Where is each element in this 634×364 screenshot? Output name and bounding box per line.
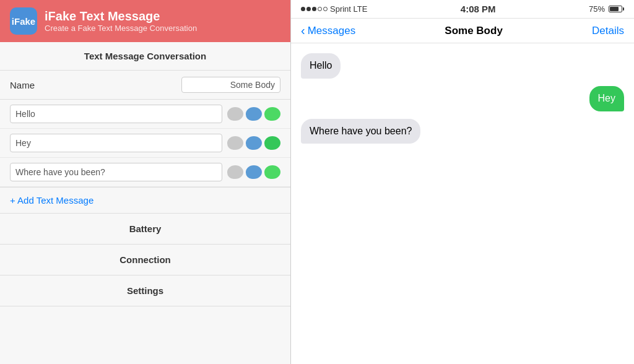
- bubble-icons-3: [227, 165, 280, 179]
- bubble-blue-active-icon[interactable]: [246, 136, 262, 150]
- message-input-3[interactable]: [10, 163, 222, 181]
- messages-body: Hello Hey Where have you been?: [291, 43, 634, 364]
- battery-fill: [610, 7, 619, 11]
- bubble-text: Where have you been?: [310, 126, 412, 136]
- signal-dot-2: [306, 7, 311, 11]
- message-input-1[interactable]: [10, 105, 222, 123]
- app-subtitle: Create a Fake Text Message Conversation: [45, 24, 197, 33]
- battery-body: [609, 6, 622, 12]
- section-title: Text Message Conversation: [0, 42, 290, 71]
- status-time: 4:08 PM: [461, 4, 496, 14]
- message-row: [0, 158, 290, 187]
- battery-section[interactable]: Battery: [0, 214, 290, 245]
- battery-tip: [623, 7, 624, 11]
- name-label: Name: [10, 80, 181, 90]
- bubble-blue-icon[interactable]: [246, 107, 262, 121]
- settings-section[interactable]: Settings: [0, 275, 290, 306]
- ifake-icon: iFake: [10, 7, 37, 35]
- bubble-icons-2: [227, 136, 280, 150]
- battery-pct: 75%: [589, 4, 605, 14]
- signal-dot-5: [323, 7, 328, 11]
- phone-preview: Sprint LTE 4:08 PM 75% ‹ Messages Some B…: [291, 0, 634, 364]
- signal-dot-1: [301, 7, 305, 11]
- bubble-text: Hello: [310, 60, 332, 71]
- bubble-green-active-icon[interactable]: [264, 136, 280, 150]
- back-label: Messages: [308, 25, 355, 37]
- chevron-left-icon: ‹: [301, 24, 305, 38]
- contact-name: Some Body: [445, 25, 503, 37]
- header-banner: iFake iFake Text Message Create a Fake T…: [0, 0, 290, 42]
- header-text: iFake Text Message Create a Fake Text Me…: [45, 9, 197, 33]
- bubble-green-icon[interactable]: [264, 165, 280, 179]
- chat-bubble-received-2: Where have you been?: [301, 119, 420, 144]
- details-button[interactable]: Details: [592, 25, 624, 37]
- bubble-icons-1: [227, 107, 280, 121]
- nav-bar: ‹ Messages Some Body Details: [291, 19, 634, 43]
- app-title: iFake Text Message: [45, 9, 197, 24]
- signal-dots: [301, 7, 328, 11]
- message-rows: [0, 100, 290, 188]
- bubble-text: Hey: [598, 93, 615, 103]
- left-panel: iFake iFake Text Message Create a Fake T…: [0, 0, 291, 364]
- bubble-gray-icon[interactable]: [227, 165, 243, 179]
- name-input[interactable]: [181, 77, 280, 93]
- bubble-gray-icon[interactable]: [227, 136, 243, 150]
- battery-icon: [609, 6, 624, 12]
- back-button[interactable]: ‹ Messages: [301, 24, 355, 38]
- bubble-blue-icon[interactable]: [246, 165, 262, 179]
- connection-section[interactable]: Connection: [0, 245, 290, 275]
- carrier-label: Sprint LTE: [330, 4, 367, 14]
- bubble-green-icon[interactable]: [264, 107, 280, 121]
- add-message-button[interactable]: + Add Text Message: [0, 188, 290, 214]
- signal-dot-4: [318, 7, 322, 11]
- message-input-2[interactable]: [10, 134, 222, 152]
- status-left: Sprint LTE: [301, 4, 367, 14]
- chat-bubble-sent-1: Hey: [589, 86, 624, 111]
- message-row: [0, 100, 290, 129]
- bubble-gray-icon[interactable]: [227, 107, 243, 121]
- message-row: [0, 129, 290, 158]
- name-row: Name: [0, 71, 290, 100]
- status-bar: Sprint LTE 4:08 PM 75%: [291, 0, 634, 19]
- status-right: 75%: [589, 4, 624, 14]
- chat-bubble-received-1: Hello: [301, 53, 341, 79]
- signal-dot-3: [312, 7, 316, 11]
